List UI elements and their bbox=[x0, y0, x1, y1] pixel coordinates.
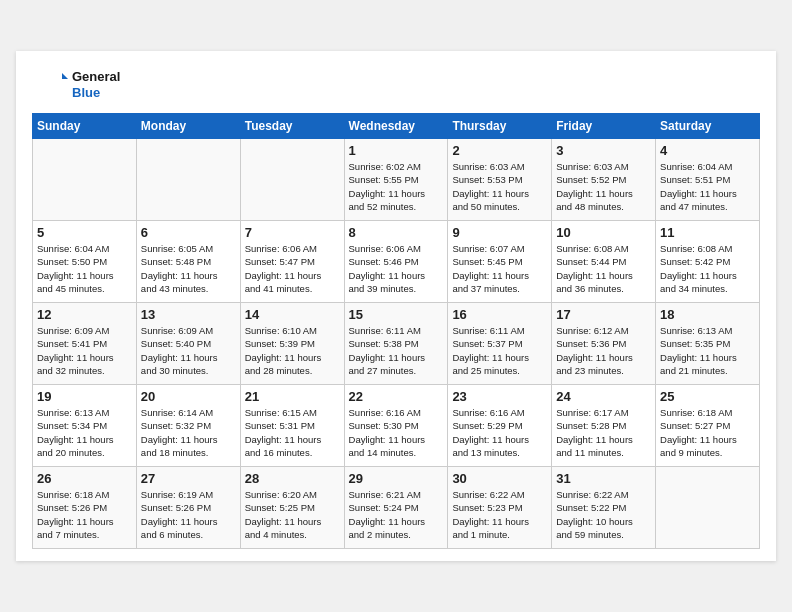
logo-graphic bbox=[32, 67, 68, 103]
calendar-cell: 18Sunrise: 6:13 AM Sunset: 5:35 PM Dayli… bbox=[656, 303, 760, 385]
day-info: Sunrise: 6:12 AM Sunset: 5:36 PM Dayligh… bbox=[556, 324, 651, 377]
day-number: 11 bbox=[660, 225, 755, 240]
day-number: 31 bbox=[556, 471, 651, 486]
svg-marker-0 bbox=[62, 73, 68, 79]
calendar-cell: 5Sunrise: 6:04 AM Sunset: 5:50 PM Daylig… bbox=[33, 221, 137, 303]
calendar-cell: 24Sunrise: 6:17 AM Sunset: 5:28 PM Dayli… bbox=[552, 385, 656, 467]
day-info: Sunrise: 6:13 AM Sunset: 5:35 PM Dayligh… bbox=[660, 324, 755, 377]
calendar-cell: 14Sunrise: 6:10 AM Sunset: 5:39 PM Dayli… bbox=[240, 303, 344, 385]
calendar-cell: 7Sunrise: 6:06 AM Sunset: 5:47 PM Daylig… bbox=[240, 221, 344, 303]
calendar-cell: 4Sunrise: 6:04 AM Sunset: 5:51 PM Daylig… bbox=[656, 139, 760, 221]
day-number: 2 bbox=[452, 143, 547, 158]
day-number: 19 bbox=[37, 389, 132, 404]
calendar-cell: 19Sunrise: 6:13 AM Sunset: 5:34 PM Dayli… bbox=[33, 385, 137, 467]
day-number: 22 bbox=[349, 389, 444, 404]
calendar-cell: 10Sunrise: 6:08 AM Sunset: 5:44 PM Dayli… bbox=[552, 221, 656, 303]
calendar-cell: 25Sunrise: 6:18 AM Sunset: 5:27 PM Dayli… bbox=[656, 385, 760, 467]
day-number: 4 bbox=[660, 143, 755, 158]
weekday-header-saturday: Saturday bbox=[656, 114, 760, 139]
day-info: Sunrise: 6:14 AM Sunset: 5:32 PM Dayligh… bbox=[141, 406, 236, 459]
weekday-header-friday: Friday bbox=[552, 114, 656, 139]
day-number: 8 bbox=[349, 225, 444, 240]
calendar-cell bbox=[656, 467, 760, 549]
calendar-cell: 13Sunrise: 6:09 AM Sunset: 5:40 PM Dayli… bbox=[136, 303, 240, 385]
weekday-header-row: SundayMondayTuesdayWednesdayThursdayFrid… bbox=[33, 114, 760, 139]
week-row-3: 12Sunrise: 6:09 AM Sunset: 5:41 PM Dayli… bbox=[33, 303, 760, 385]
day-info: Sunrise: 6:11 AM Sunset: 5:37 PM Dayligh… bbox=[452, 324, 547, 377]
week-row-5: 26Sunrise: 6:18 AM Sunset: 5:26 PM Dayli… bbox=[33, 467, 760, 549]
day-info: Sunrise: 6:02 AM Sunset: 5:55 PM Dayligh… bbox=[349, 160, 444, 213]
day-number: 24 bbox=[556, 389, 651, 404]
day-info: Sunrise: 6:22 AM Sunset: 5:22 PM Dayligh… bbox=[556, 488, 651, 541]
day-number: 10 bbox=[556, 225, 651, 240]
day-info: Sunrise: 6:07 AM Sunset: 5:45 PM Dayligh… bbox=[452, 242, 547, 295]
day-info: Sunrise: 6:05 AM Sunset: 5:48 PM Dayligh… bbox=[141, 242, 236, 295]
calendar-cell: 16Sunrise: 6:11 AM Sunset: 5:37 PM Dayli… bbox=[448, 303, 552, 385]
calendar-container: General Blue SundayMondayTuesdayWednesda… bbox=[16, 51, 776, 561]
weekday-header-monday: Monday bbox=[136, 114, 240, 139]
day-number: 28 bbox=[245, 471, 340, 486]
day-number: 6 bbox=[141, 225, 236, 240]
day-info: Sunrise: 6:09 AM Sunset: 5:40 PM Dayligh… bbox=[141, 324, 236, 377]
day-number: 29 bbox=[349, 471, 444, 486]
day-info: Sunrise: 6:17 AM Sunset: 5:28 PM Dayligh… bbox=[556, 406, 651, 459]
calendar-table: SundayMondayTuesdayWednesdayThursdayFrid… bbox=[32, 113, 760, 549]
day-info: Sunrise: 6:11 AM Sunset: 5:38 PM Dayligh… bbox=[349, 324, 444, 377]
day-info: Sunrise: 6:16 AM Sunset: 5:29 PM Dayligh… bbox=[452, 406, 547, 459]
day-number: 15 bbox=[349, 307, 444, 322]
day-info: Sunrise: 6:21 AM Sunset: 5:24 PM Dayligh… bbox=[349, 488, 444, 541]
calendar-cell bbox=[33, 139, 137, 221]
day-info: Sunrise: 6:19 AM Sunset: 5:26 PM Dayligh… bbox=[141, 488, 236, 541]
day-info: Sunrise: 6:04 AM Sunset: 5:51 PM Dayligh… bbox=[660, 160, 755, 213]
day-info: Sunrise: 6:15 AM Sunset: 5:31 PM Dayligh… bbox=[245, 406, 340, 459]
day-info: Sunrise: 6:08 AM Sunset: 5:42 PM Dayligh… bbox=[660, 242, 755, 295]
week-row-2: 5Sunrise: 6:04 AM Sunset: 5:50 PM Daylig… bbox=[33, 221, 760, 303]
calendar-cell bbox=[240, 139, 344, 221]
calendar-cell: 28Sunrise: 6:20 AM Sunset: 5:25 PM Dayli… bbox=[240, 467, 344, 549]
calendar-cell: 22Sunrise: 6:16 AM Sunset: 5:30 PM Dayli… bbox=[344, 385, 448, 467]
day-number: 18 bbox=[660, 307, 755, 322]
logo: General Blue bbox=[32, 67, 120, 103]
calendar-cell: 29Sunrise: 6:21 AM Sunset: 5:24 PM Dayli… bbox=[344, 467, 448, 549]
day-info: Sunrise: 6:06 AM Sunset: 5:47 PM Dayligh… bbox=[245, 242, 340, 295]
day-info: Sunrise: 6:18 AM Sunset: 5:27 PM Dayligh… bbox=[660, 406, 755, 459]
weekday-header-sunday: Sunday bbox=[33, 114, 137, 139]
day-number: 20 bbox=[141, 389, 236, 404]
calendar-cell: 21Sunrise: 6:15 AM Sunset: 5:31 PM Dayli… bbox=[240, 385, 344, 467]
calendar-cell: 30Sunrise: 6:22 AM Sunset: 5:23 PM Dayli… bbox=[448, 467, 552, 549]
day-info: Sunrise: 6:18 AM Sunset: 5:26 PM Dayligh… bbox=[37, 488, 132, 541]
calendar-cell: 26Sunrise: 6:18 AM Sunset: 5:26 PM Dayli… bbox=[33, 467, 137, 549]
day-number: 14 bbox=[245, 307, 340, 322]
day-info: Sunrise: 6:20 AM Sunset: 5:25 PM Dayligh… bbox=[245, 488, 340, 541]
day-number: 17 bbox=[556, 307, 651, 322]
day-info: Sunrise: 6:04 AM Sunset: 5:50 PM Dayligh… bbox=[37, 242, 132, 295]
day-info: Sunrise: 6:03 AM Sunset: 5:53 PM Dayligh… bbox=[452, 160, 547, 213]
logo-blue: Blue bbox=[72, 85, 120, 101]
day-number: 26 bbox=[37, 471, 132, 486]
day-number: 25 bbox=[660, 389, 755, 404]
calendar-cell: 2Sunrise: 6:03 AM Sunset: 5:53 PM Daylig… bbox=[448, 139, 552, 221]
weekday-header-tuesday: Tuesday bbox=[240, 114, 344, 139]
day-info: Sunrise: 6:09 AM Sunset: 5:41 PM Dayligh… bbox=[37, 324, 132, 377]
calendar-cell: 23Sunrise: 6:16 AM Sunset: 5:29 PM Dayli… bbox=[448, 385, 552, 467]
day-number: 16 bbox=[452, 307, 547, 322]
day-number: 3 bbox=[556, 143, 651, 158]
calendar-header: General Blue bbox=[32, 67, 760, 103]
day-info: Sunrise: 6:03 AM Sunset: 5:52 PM Dayligh… bbox=[556, 160, 651, 213]
day-number: 7 bbox=[245, 225, 340, 240]
day-number: 21 bbox=[245, 389, 340, 404]
week-row-1: 1Sunrise: 6:02 AM Sunset: 5:55 PM Daylig… bbox=[33, 139, 760, 221]
calendar-cell: 15Sunrise: 6:11 AM Sunset: 5:38 PM Dayli… bbox=[344, 303, 448, 385]
day-info: Sunrise: 6:22 AM Sunset: 5:23 PM Dayligh… bbox=[452, 488, 547, 541]
calendar-cell: 20Sunrise: 6:14 AM Sunset: 5:32 PM Dayli… bbox=[136, 385, 240, 467]
calendar-cell: 1Sunrise: 6:02 AM Sunset: 5:55 PM Daylig… bbox=[344, 139, 448, 221]
day-number: 23 bbox=[452, 389, 547, 404]
day-number: 5 bbox=[37, 225, 132, 240]
day-info: Sunrise: 6:06 AM Sunset: 5:46 PM Dayligh… bbox=[349, 242, 444, 295]
calendar-cell: 12Sunrise: 6:09 AM Sunset: 5:41 PM Dayli… bbox=[33, 303, 137, 385]
weekday-header-wednesday: Wednesday bbox=[344, 114, 448, 139]
day-info: Sunrise: 6:08 AM Sunset: 5:44 PM Dayligh… bbox=[556, 242, 651, 295]
week-row-4: 19Sunrise: 6:13 AM Sunset: 5:34 PM Dayli… bbox=[33, 385, 760, 467]
day-number: 12 bbox=[37, 307, 132, 322]
calendar-cell: 9Sunrise: 6:07 AM Sunset: 5:45 PM Daylig… bbox=[448, 221, 552, 303]
